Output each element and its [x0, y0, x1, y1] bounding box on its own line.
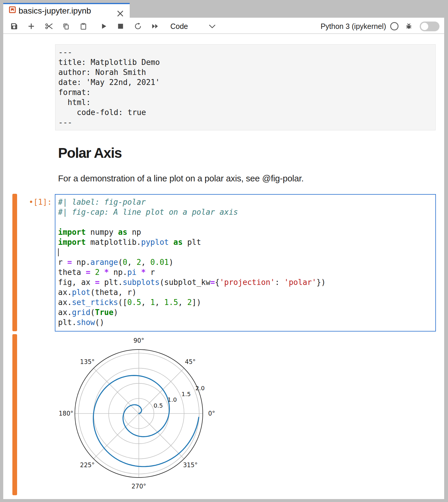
kernel-name[interactable]: Python 3 (ipykernel)	[307, 22, 386, 30]
paste-cell-button[interactable]	[80, 22, 87, 30]
kernel-status-circle-icon[interactable]	[390, 22, 398, 30]
code-line: plt.show()	[58, 317, 435, 327]
svg-text:225°: 225°	[80, 462, 95, 469]
code-line: ax.set_rticks([0.5, 1, 1.5, 2])	[58, 297, 435, 307]
svg-text:135°: 135°	[80, 358, 95, 365]
code-cell-editor[interactable]: #| label: fig-polar#| fig-cap: A line pl…	[55, 194, 436, 332]
svg-text:0°: 0°	[208, 410, 215, 417]
raw-cell-line: date: 'May 22nd, 2021'	[58, 77, 432, 87]
svg-text:1.0: 1.0	[167, 396, 177, 403]
svg-text:45°: 45°	[185, 358, 196, 365]
markdown-heading: Polar Axis	[58, 145, 122, 161]
copy-cell-button[interactable]	[62, 22, 70, 30]
svg-text:1.5: 1.5	[181, 391, 191, 398]
code-line: ax.plot(theta, r)	[58, 287, 435, 297]
close-icon[interactable]	[117, 10, 124, 17]
code-line	[58, 247, 435, 257]
code-line	[58, 217, 435, 227]
text-cursor	[58, 248, 59, 256]
raw-cell-line: html:	[58, 97, 432, 107]
code-line: import matplotlib.pyplot as plt	[58, 237, 435, 247]
jupyter-notebook-window: { "tab": { "title": "basics-jupyter.ipyn…	[0, 0, 448, 502]
raw-cell-line: author: Norah Smith	[58, 67, 432, 77]
chevron-down-icon[interactable]	[209, 23, 216, 30]
fast-forward-icon[interactable]	[152, 22, 159, 30]
raw-cell-line: title: Matplotlib Demo	[58, 57, 432, 67]
execution-count-prompt: •[1]:	[12, 197, 52, 207]
code-line: fig, ax = plt.subplots(subplot_kw={'proj…	[58, 277, 435, 287]
notebook-icon	[9, 6, 16, 13]
raw-cell-line: code-fold: true	[58, 107, 432, 117]
input-collapser[interactable]	[12, 194, 17, 331]
svg-text:2.0: 2.0	[195, 385, 205, 392]
code-lines: #| label: fig-polar#| fig-cap: A line pl…	[58, 197, 435, 327]
interrupt-kernel-button[interactable]	[117, 23, 124, 30]
raw-cell-line: format:	[58, 87, 432, 97]
kernel-toggle[interactable]	[420, 22, 439, 31]
insert-cell-button[interactable]	[28, 23, 35, 30]
restart-kernel-button[interactable]	[134, 23, 141, 30]
output-collapser[interactable]	[12, 334, 17, 495]
svg-text:180°: 180°	[59, 410, 73, 417]
code-line: #| fig-cap: A line plot on a polar axis	[58, 207, 435, 217]
svg-text:90°: 90°	[134, 337, 144, 344]
toggle-knob	[421, 23, 428, 30]
code-line: ax.grid(True)	[58, 307, 435, 317]
raw-cell-line: ---	[58, 117, 432, 127]
raw-cell-line: ---	[58, 47, 432, 57]
svg-text:270°: 270°	[131, 483, 146, 490]
raw-cell[interactable]: ---title: Matplotlib Demoauthor: Norah S…	[55, 44, 436, 130]
save-button[interactable]	[11, 23, 18, 30]
markdown-paragraph: For a demonstration of a line plot on a …	[58, 173, 304, 183]
run-cell-button[interactable]	[100, 23, 107, 30]
svg-text:315°: 315°	[183, 462, 197, 469]
code-line: import numpy as np	[58, 227, 435, 237]
notebook-toolbar: Code Python 3 (ipykernel)	[3, 18, 444, 34]
code-line: theta = 2 * np.pi * r	[58, 267, 435, 277]
bug-icon[interactable]	[405, 22, 413, 30]
cell-type-select[interactable]: Code	[170, 22, 188, 30]
svg-text:0.5: 0.5	[154, 402, 163, 409]
tab-title: basics-jupyter.ipynb	[19, 3, 91, 18]
tab-notebook[interactable]: basics-jupyter.ipynb	[3, 3, 130, 18]
code-line: r = np.arange(0, 2, 0.01)	[58, 257, 435, 267]
polar-plot-output: 0°45°90°135°180°225°270°315°0.51.01.52.0	[55, 334, 232, 495]
cut-cell-button[interactable]	[45, 22, 53, 30]
code-line: #| label: fig-polar	[58, 197, 435, 207]
